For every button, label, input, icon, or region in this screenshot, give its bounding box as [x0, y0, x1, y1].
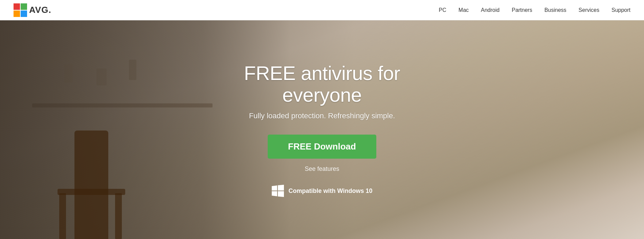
nav-item-pc[interactable]: PC — [439, 7, 446, 13]
windows-compat: Compatible with Windows 10 — [204, 185, 441, 197]
nav-item-partners[interactable]: Partners — [512, 7, 532, 13]
hero-content: FREE antivirus for everyone Fully loaded… — [204, 62, 441, 197]
download-button[interactable]: FREE Download — [268, 135, 376, 159]
avg-logo-icon — [14, 3, 27, 17]
see-features-link[interactable]: See features — [204, 165, 441, 173]
header: AVG. PC Mac Android Partners Business Se… — [0, 0, 644, 20]
chair-leg2 — [115, 193, 122, 239]
logo-text: AVG. — [29, 5, 51, 15]
windows-icon — [272, 185, 284, 197]
hero-subtitle: Fully loaded protection. Refreshingly si… — [204, 112, 441, 120]
chair-back — [74, 131, 108, 239]
svg-marker-4 — [272, 185, 277, 191]
hero-section: FREE antivirus for everyone Fully loaded… — [0, 20, 644, 239]
main-nav: PC Mac Android Partners Business Service… — [439, 7, 630, 13]
svg-marker-7 — [278, 191, 284, 197]
nav-item-services[interactable]: Services — [579, 7, 599, 13]
svg-marker-5 — [278, 185, 284, 191]
nav-item-support[interactable]: Support — [612, 7, 630, 13]
windows-compat-label: Compatible with Windows 10 — [289, 187, 373, 195]
logo-area: AVG. — [14, 3, 51, 17]
nav-item-business[interactable]: Business — [545, 7, 567, 13]
svg-rect-2 — [14, 11, 20, 17]
avg-logo[interactable]: AVG. — [14, 3, 51, 17]
svg-rect-3 — [21, 11, 27, 17]
svg-marker-6 — [272, 191, 277, 196]
svg-rect-0 — [14, 3, 20, 10]
hero-title: FREE antivirus for everyone — [204, 62, 441, 106]
svg-rect-1 — [21, 3, 27, 10]
windows-logo-svg — [272, 185, 284, 197]
nav-item-android[interactable]: Android — [481, 7, 499, 13]
nav-item-mac[interactable]: Mac — [459, 7, 469, 13]
chair-leg1 — [59, 193, 66, 239]
